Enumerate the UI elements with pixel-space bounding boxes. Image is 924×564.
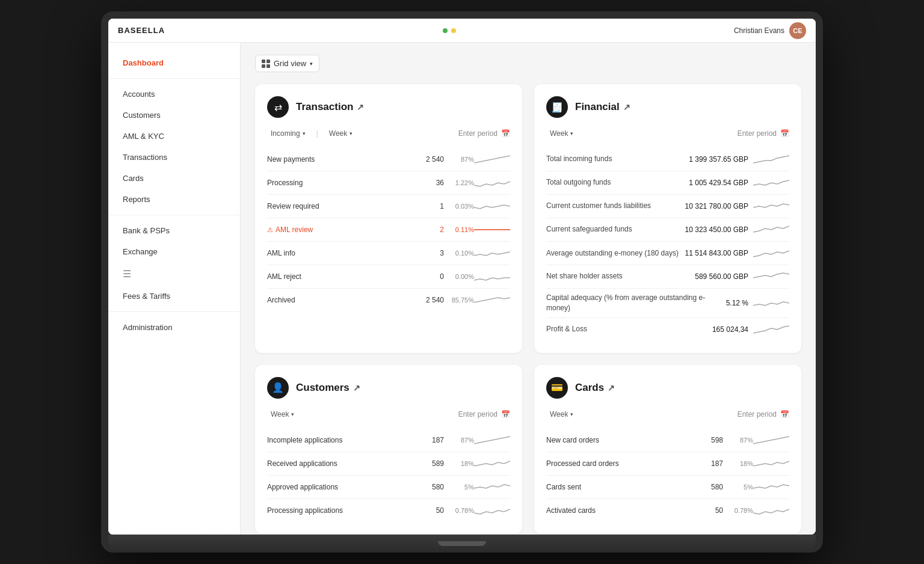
cards-icon: 💳 bbox=[546, 377, 568, 399]
sparkline-chart bbox=[753, 480, 789, 494]
cards-table: New card orders 598 87% Processed card o… bbox=[546, 429, 789, 522]
table-row: New payments 2 540 87% bbox=[267, 148, 510, 171]
sidebar-divider-2 bbox=[108, 215, 240, 215]
customers-table: Incomplete applications 187 87% Received… bbox=[267, 429, 510, 522]
user-name: Christian Evans bbox=[734, 26, 784, 35]
app-logo: BASEELLA bbox=[118, 26, 165, 35]
table-row: Average outstanding e-money (180 days) 1… bbox=[546, 242, 789, 265]
transaction-widget: ⇄ Transaction ↗ Incoming ▾ | bbox=[255, 84, 522, 353]
filter-separator: | bbox=[316, 129, 318, 138]
financial-filters: Week ▾ Enter period 📅 bbox=[546, 127, 789, 139]
sparkline-chart bbox=[753, 246, 789, 260]
customers-period-filter[interactable]: Week ▾ bbox=[267, 408, 298, 420]
toolbar: Grid view ▾ bbox=[255, 55, 801, 72]
sparkline-chart bbox=[474, 456, 510, 471]
table-row-aml: ⚠ AML review 2 0.11% bbox=[267, 218, 510, 242]
financial-period-filter[interactable]: Week ▾ bbox=[546, 127, 577, 139]
cards-period-filter[interactable]: Week ▾ bbox=[546, 408, 577, 420]
transaction-table: New payments 2 540 87% Processing 36 bbox=[267, 148, 510, 311]
sidebar-item-transactions[interactable]: Transactions bbox=[108, 147, 240, 168]
chevron-down-icon: ▾ bbox=[310, 61, 313, 67]
sparkline-chart bbox=[753, 199, 789, 213]
table-row: Total outgoing funds 1 005 429.54 GBP bbox=[546, 171, 789, 195]
customers-arrow-icon[interactable]: ↗ bbox=[353, 383, 360, 393]
cards-arrow-icon[interactable]: ↗ bbox=[608, 383, 615, 393]
table-row: Processed card orders 187 18% bbox=[546, 452, 789, 476]
cust-calendar-icon: 📅 bbox=[501, 410, 510, 418]
transaction-enter-period[interactable]: Enter period 📅 bbox=[458, 129, 510, 138]
sidebar-item-accounts[interactable]: Accounts bbox=[108, 84, 240, 105]
sidebar-hamburger[interactable]: ☰ bbox=[108, 262, 240, 286]
sidebar-item-exchange[interactable]: Exchange bbox=[108, 241, 240, 262]
sidebar: Dashboard Accounts Customers AML & KYC T… bbox=[108, 43, 241, 535]
sidebar-divider-3 bbox=[108, 311, 240, 312]
financial-enter-period[interactable]: Enter period 📅 bbox=[738, 129, 789, 138]
sparkline-chart bbox=[474, 199, 510, 213]
financial-table: Total incoming funds 1 399 357.65 GBP To… bbox=[546, 148, 789, 341]
customers-filters: Week ▾ Enter period 📅 bbox=[267, 408, 510, 420]
transaction-period-filter[interactable]: Week ▾ bbox=[325, 127, 356, 139]
fin-calendar-icon: 📅 bbox=[780, 129, 789, 138]
cards-filters: Week ▾ Enter period 📅 bbox=[546, 408, 789, 420]
transaction-icon: ⇄ bbox=[267, 96, 289, 118]
top-notch bbox=[443, 28, 456, 33]
sidebar-item-bank-psps[interactable]: Bank & PSPs bbox=[108, 220, 240, 241]
sidebar-item-customers[interactable]: Customers bbox=[108, 105, 240, 126]
alert-triangle-icon: ⚠ bbox=[267, 226, 273, 234]
sidebar-item-fees-tariffs[interactable]: Fees & Tariffs bbox=[108, 286, 240, 307]
transaction-title: Transaction ↗ bbox=[296, 101, 364, 113]
avatar: CE bbox=[789, 22, 806, 39]
transaction-arrow-icon[interactable]: ↗ bbox=[357, 102, 364, 112]
sparkline-chart bbox=[753, 503, 789, 518]
cards-calendar-icon: 📅 bbox=[780, 410, 789, 418]
main-content: Grid view ▾ ⇄ Transaction ↗ bbox=[241, 43, 816, 535]
grid-icon bbox=[262, 60, 270, 68]
financial-arrow-icon[interactable]: ↗ bbox=[623, 102, 630, 112]
sidebar-item-cards[interactable]: Cards bbox=[108, 168, 240, 189]
sparkline-chart bbox=[474, 433, 510, 447]
table-row: Current customer funds liabilities 10 32… bbox=[546, 195, 789, 218]
financial-title: Financial ↗ bbox=[575, 101, 630, 113]
sparkline-chart bbox=[753, 322, 789, 337]
sparkline-chart bbox=[753, 222, 789, 237]
transaction-filters: Incoming ▾ | Week ▾ Enter period 📅 bbox=[267, 127, 510, 139]
type-chevron-icon: ▾ bbox=[303, 130, 306, 136]
table-row: Capital adequacy (% from average outstan… bbox=[546, 289, 789, 318]
table-row: Incomplete applications 187 87% bbox=[267, 429, 510, 452]
cards-widget: 💳 Cards ↗ Week ▾ E bbox=[534, 365, 801, 534]
grid-view-label: Grid view bbox=[274, 59, 306, 68]
laptop-base-notch bbox=[438, 541, 486, 546]
sidebar-divider-1 bbox=[108, 78, 240, 79]
table-row: Total incoming funds 1 399 357.65 GBP bbox=[546, 148, 789, 171]
sparkline-chart bbox=[753, 176, 789, 190]
sparkline-chart-aml bbox=[474, 222, 510, 237]
user-profile[interactable]: Christian Evans CE bbox=[734, 22, 806, 39]
table-row: Received applications 589 18% bbox=[267, 452, 510, 476]
sparkline-chart bbox=[753, 456, 789, 471]
sidebar-item-aml-kyc[interactable]: AML & KYC bbox=[108, 126, 240, 147]
calendar-icon: 📅 bbox=[501, 129, 510, 138]
cards-enter-period[interactable]: Enter period 📅 bbox=[738, 410, 789, 418]
financial-icon: 🧾 bbox=[546, 96, 568, 118]
sparkline-chart bbox=[474, 152, 510, 167]
cards-period-chevron-icon: ▾ bbox=[570, 411, 573, 417]
table-row: Archived 2 540 85.75% bbox=[267, 289, 510, 311]
financial-header: 🧾 Financial ↗ bbox=[546, 96, 789, 118]
sidebar-item-administration[interactable]: Administration bbox=[108, 317, 240, 338]
customers-enter-period[interactable]: Enter period 📅 bbox=[458, 410, 510, 418]
table-row: Processing 36 1.22% bbox=[267, 171, 510, 195]
fin-period-chevron-icon: ▾ bbox=[570, 130, 573, 136]
grid-view-button[interactable]: Grid view ▾ bbox=[255, 55, 319, 72]
transaction-type-filter[interactable]: Incoming ▾ bbox=[267, 127, 309, 139]
sidebar-item-dashboard[interactable]: Dashboard bbox=[108, 52, 240, 73]
sparkline-chart bbox=[753, 296, 789, 310]
table-row: Review required 1 0.03% bbox=[267, 195, 510, 218]
cards-header: 💳 Cards ↗ bbox=[546, 377, 789, 399]
table-row: AML info 3 0.10% bbox=[267, 242, 510, 265]
customers-widget: 👤 Customers ↗ Week ▾ bbox=[255, 365, 522, 534]
table-row: New card orders 598 87% bbox=[546, 429, 789, 452]
table-row: Processing applications 50 0.78% bbox=[267, 499, 510, 522]
sidebar-item-reports[interactable]: Reports bbox=[108, 189, 240, 210]
sparkline-chart bbox=[753, 433, 789, 447]
table-row: Approved applications 580 5% bbox=[267, 476, 510, 499]
